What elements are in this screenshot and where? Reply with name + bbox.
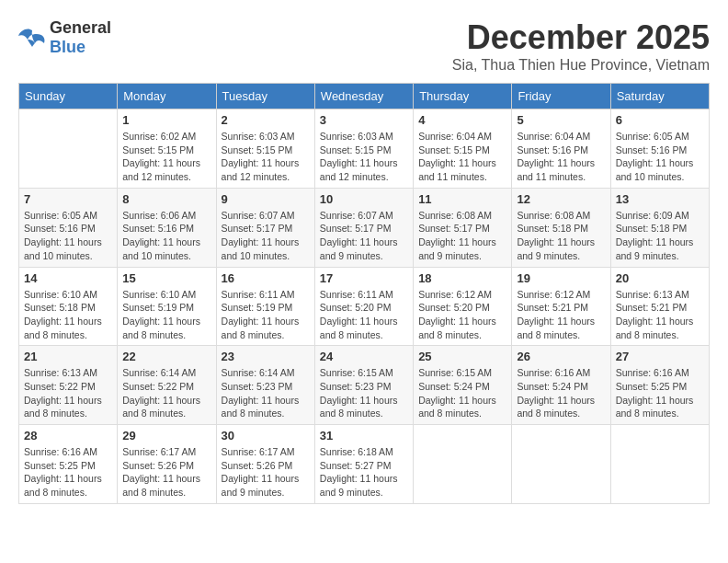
calendar-cell: 1Sunrise: 6:02 AM Sunset: 5:15 PM Daylig… <box>118 109 216 189</box>
calendar-cell: 8Sunrise: 6:06 AM Sunset: 5:16 PM Daylig… <box>118 188 216 267</box>
day-info: Sunrise: 6:02 AM Sunset: 5:15 PM Dayligh… <box>122 130 210 184</box>
day-info: Sunrise: 6:05 AM Sunset: 5:16 PM Dayligh… <box>616 130 704 184</box>
day-info: Sunrise: 6:04 AM Sunset: 5:15 PM Dayligh… <box>418 130 506 184</box>
calendar-cell: 7Sunrise: 6:05 AM Sunset: 5:16 PM Daylig… <box>19 188 118 267</box>
day-info: Sunrise: 6:03 AM Sunset: 5:15 PM Dayligh… <box>320 130 408 184</box>
day-info: Sunrise: 6:13 AM Sunset: 5:21 PM Dayligh… <box>616 288 704 342</box>
day-number: 24 <box>320 350 408 363</box>
calendar-cell: 3Sunrise: 6:03 AM Sunset: 5:15 PM Daylig… <box>314 109 413 189</box>
day-info: Sunrise: 6:03 AM Sunset: 5:15 PM Dayligh… <box>222 130 310 184</box>
day-number: 19 <box>517 271 605 285</box>
day-number: 18 <box>418 271 506 285</box>
day-info: Sunrise: 6:11 AM Sunset: 5:19 PM Dayligh… <box>222 288 310 342</box>
calendar-day-header: Friday <box>512 84 610 109</box>
day-number: 3 <box>320 113 408 127</box>
day-number: 30 <box>222 429 310 442</box>
calendar-cell: 26Sunrise: 6:16 AM Sunset: 5:24 PM Dayli… <box>512 346 610 425</box>
calendar-day-header: Wednesday <box>314 84 413 109</box>
day-number: 26 <box>517 350 605 363</box>
calendar-cell: 30Sunrise: 6:17 AM Sunset: 5:26 PM Dayli… <box>216 425 314 504</box>
day-info: Sunrise: 6:17 AM Sunset: 5:26 PM Dayligh… <box>122 445 210 500</box>
day-info: Sunrise: 6:15 AM Sunset: 5:24 PM Dayligh… <box>418 366 506 420</box>
calendar-cell: 16Sunrise: 6:11 AM Sunset: 5:19 PM Dayli… <box>216 267 314 346</box>
day-info: Sunrise: 6:12 AM Sunset: 5:21 PM Dayligh… <box>517 288 605 342</box>
day-number: 17 <box>320 271 408 285</box>
calendar-cell: 13Sunrise: 6:09 AM Sunset: 5:18 PM Dayli… <box>610 188 709 267</box>
day-number: 12 <box>517 192 605 206</box>
calendar-cell: 17Sunrise: 6:11 AM Sunset: 5:20 PM Dayli… <box>314 267 413 346</box>
calendar-day-header: Tuesday <box>216 84 314 109</box>
day-info: Sunrise: 6:15 AM Sunset: 5:23 PM Dayligh… <box>320 366 408 420</box>
day-number: 15 <box>122 271 210 285</box>
calendar-cell: 11Sunrise: 6:08 AM Sunset: 5:17 PM Dayli… <box>414 188 512 267</box>
day-number: 27 <box>616 350 704 363</box>
logo-general-text: General <box>50 18 111 38</box>
calendar-cell: 10Sunrise: 6:07 AM Sunset: 5:17 PM Dayli… <box>314 188 413 267</box>
calendar-cell <box>512 425 610 504</box>
day-number: 4 <box>418 113 506 127</box>
calendar-week-row: 28Sunrise: 6:16 AM Sunset: 5:25 PM Dayli… <box>19 425 710 504</box>
day-number: 9 <box>222 192 310 206</box>
calendar-cell: 5Sunrise: 6:04 AM Sunset: 5:16 PM Daylig… <box>512 109 610 189</box>
day-number: 10 <box>320 192 408 206</box>
day-info: Sunrise: 6:09 AM Sunset: 5:18 PM Dayligh… <box>616 209 704 263</box>
day-number: 8 <box>122 192 210 206</box>
calendar-cell: 15Sunrise: 6:10 AM Sunset: 5:19 PM Dayli… <box>118 267 216 346</box>
day-info: Sunrise: 6:16 AM Sunset: 5:25 PM Dayligh… <box>24 445 112 500</box>
day-info: Sunrise: 6:10 AM Sunset: 5:18 PM Dayligh… <box>24 288 112 342</box>
calendar-cell: 21Sunrise: 6:13 AM Sunset: 5:22 PM Dayli… <box>19 346 118 425</box>
calendar-cell: 20Sunrise: 6:13 AM Sunset: 5:21 PM Dayli… <box>610 267 709 346</box>
calendar-cell: 31Sunrise: 6:18 AM Sunset: 5:27 PM Dayli… <box>314 425 413 504</box>
calendar-day-header: Monday <box>118 84 216 109</box>
day-info: Sunrise: 6:16 AM Sunset: 5:25 PM Dayligh… <box>616 366 704 420</box>
day-number: 22 <box>122 350 210 363</box>
logo: General Blue <box>18 18 111 57</box>
day-number: 6 <box>616 113 704 127</box>
day-info: Sunrise: 6:07 AM Sunset: 5:17 PM Dayligh… <box>222 209 310 263</box>
calendar-week-row: 7Sunrise: 6:05 AM Sunset: 5:16 PM Daylig… <box>19 188 710 267</box>
day-info: Sunrise: 6:11 AM Sunset: 5:20 PM Dayligh… <box>320 288 408 342</box>
calendar-week-row: 1Sunrise: 6:02 AM Sunset: 5:15 PM Daylig… <box>19 109 710 189</box>
day-number: 13 <box>616 192 704 206</box>
calendar-cell: 6Sunrise: 6:05 AM Sunset: 5:16 PM Daylig… <box>610 109 709 189</box>
page-header: General Blue December 2025 Sia, Thua Thi… <box>18 18 710 74</box>
calendar-table: SundayMondayTuesdayWednesdayThursdayFrid… <box>18 83 710 504</box>
day-number: 23 <box>222 350 310 363</box>
day-info: Sunrise: 6:05 AM Sunset: 5:16 PM Dayligh… <box>24 209 112 263</box>
day-info: Sunrise: 6:10 AM Sunset: 5:19 PM Dayligh… <box>122 288 210 342</box>
day-number: 21 <box>24 350 112 363</box>
calendar-cell <box>610 425 709 504</box>
day-info: Sunrise: 6:14 AM Sunset: 5:23 PM Dayligh… <box>222 366 310 420</box>
day-number: 11 <box>418 192 506 206</box>
calendar-cell: 18Sunrise: 6:12 AM Sunset: 5:20 PM Dayli… <box>414 267 512 346</box>
calendar-cell: 2Sunrise: 6:03 AM Sunset: 5:15 PM Daylig… <box>216 109 314 189</box>
day-info: Sunrise: 6:12 AM Sunset: 5:20 PM Dayligh… <box>418 288 506 342</box>
month-title: December 2025 <box>452 18 710 57</box>
calendar-day-header: Sunday <box>19 84 118 109</box>
day-number: 1 <box>122 113 210 127</box>
calendar-cell: 29Sunrise: 6:17 AM Sunset: 5:26 PM Dayli… <box>118 425 216 504</box>
calendar-cell: 4Sunrise: 6:04 AM Sunset: 5:15 PM Daylig… <box>414 109 512 189</box>
day-info: Sunrise: 6:16 AM Sunset: 5:24 PM Dayligh… <box>517 366 605 420</box>
location-title: Sia, Thua Thien Hue Province, Vietnam <box>452 57 710 74</box>
calendar-cell: 12Sunrise: 6:08 AM Sunset: 5:18 PM Dayli… <box>512 188 610 267</box>
logo-bird-icon <box>18 27 46 49</box>
day-info: Sunrise: 6:08 AM Sunset: 5:17 PM Dayligh… <box>418 209 506 263</box>
day-info: Sunrise: 6:06 AM Sunset: 5:16 PM Dayligh… <box>122 209 210 263</box>
day-info: Sunrise: 6:13 AM Sunset: 5:22 PM Dayligh… <box>24 366 112 420</box>
title-block: December 2025 Sia, Thua Thien Hue Provin… <box>452 18 710 74</box>
calendar-day-header: Saturday <box>610 84 709 109</box>
day-number: 5 <box>517 113 605 127</box>
day-info: Sunrise: 6:07 AM Sunset: 5:17 PM Dayligh… <box>320 209 408 263</box>
day-number: 2 <box>222 113 310 127</box>
calendar-cell: 23Sunrise: 6:14 AM Sunset: 5:23 PM Dayli… <box>216 346 314 425</box>
calendar-week-row: 21Sunrise: 6:13 AM Sunset: 5:22 PM Dayli… <box>19 346 710 425</box>
calendar-cell: 25Sunrise: 6:15 AM Sunset: 5:24 PM Dayli… <box>414 346 512 425</box>
day-info: Sunrise: 6:04 AM Sunset: 5:16 PM Dayligh… <box>517 130 605 184</box>
calendar-cell <box>19 109 118 189</box>
day-number: 28 <box>24 429 112 442</box>
day-number: 29 <box>122 429 210 442</box>
calendar-cell: 14Sunrise: 6:10 AM Sunset: 5:18 PM Dayli… <box>19 267 118 346</box>
calendar-cell: 27Sunrise: 6:16 AM Sunset: 5:25 PM Dayli… <box>610 346 709 425</box>
day-info: Sunrise: 6:08 AM Sunset: 5:18 PM Dayligh… <box>517 209 605 263</box>
